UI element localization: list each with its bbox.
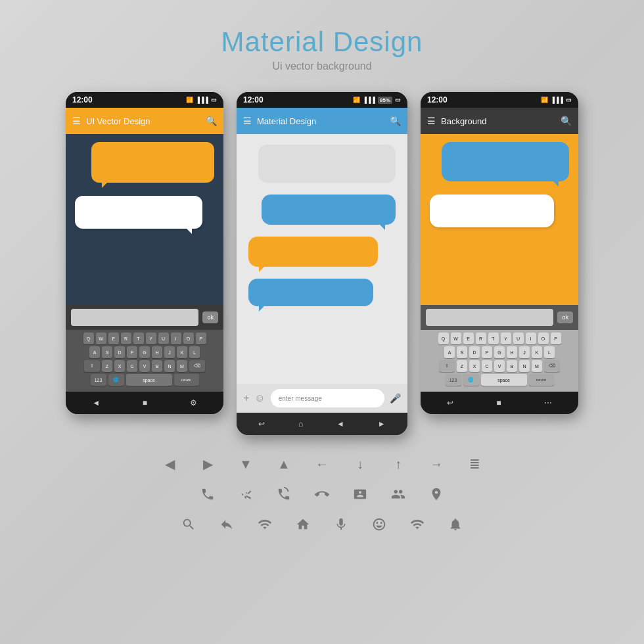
key-q-1[interactable]: Q — [83, 333, 94, 344]
key-k-1[interactable]: K — [177, 346, 187, 358]
input-box-3[interactable] — [426, 309, 553, 326]
nav-settings-1[interactable]: ⚙ — [190, 398, 197, 407]
key-globe-1[interactable]: 🌐 — [108, 374, 124, 386]
key-h-3[interactable]: H — [507, 346, 517, 358]
search-icon-3[interactable]: 🔍 — [561, 116, 572, 126]
key-r-3[interactable]: R — [476, 333, 486, 344]
key-c-1[interactable]: C — [127, 360, 137, 372]
arrow-up-icon: ▲ — [275, 455, 293, 473]
key-p-3[interactable]: P — [551, 333, 561, 344]
key-a-3[interactable]: A — [444, 346, 455, 358]
key-m-1[interactable]: M — [177, 360, 187, 372]
key-y-1[interactable]: Y — [146, 333, 156, 344]
key-123-1[interactable]: 123 — [91, 374, 106, 386]
nav-grid-3[interactable]: ⋅⋅⋅ — [544, 398, 552, 407]
key-return-1[interactable]: return — [174, 374, 199, 386]
appbar-1: ☰ UI Vector Design 🔍 — [66, 108, 223, 134]
key-globe-3[interactable]: 🌐 — [463, 374, 479, 386]
key-i-1[interactable]: I — [171, 333, 181, 344]
key-w-1[interactable]: W — [96, 333, 106, 344]
key-b-1[interactable]: B — [152, 360, 162, 372]
key-shift-3[interactable]: ⇧ — [439, 360, 455, 372]
status-bar-2: 12:00 📶 ▐▐▐ 85% ▭ — [237, 92, 407, 108]
appbar-2: ☰ Material Design 🔍 — [237, 108, 407, 134]
search-icon-1[interactable]: 🔍 — [206, 116, 217, 126]
nav-home-2[interactable]: ⌂ — [298, 419, 303, 428]
status-time-3: 12:00 — [427, 95, 448, 104]
battery-icon-2: ▭ — [395, 97, 401, 103]
key-y-3[interactable]: Y — [501, 333, 511, 344]
menu-icon-3[interactable]: ☰ — [427, 116, 436, 126]
search-icon-2[interactable]: 🔍 — [390, 116, 401, 126]
key-l-3[interactable]: L — [544, 346, 555, 358]
key-e-3[interactable]: E — [463, 333, 474, 344]
kb-row4-3: 123 🌐 space return — [423, 374, 576, 386]
key-123-3[interactable]: 123 — [446, 374, 461, 386]
ok-button-1[interactable]: ok — [202, 311, 218, 323]
key-i-3[interactable]: I — [526, 333, 536, 344]
key-n-3[interactable]: N — [519, 360, 530, 372]
key-v-3[interactable]: V — [494, 360, 505, 372]
key-n-1[interactable]: N — [164, 360, 175, 372]
key-d-1[interactable]: D — [114, 346, 125, 358]
menu-icon-2[interactable]: ☰ — [243, 116, 252, 126]
key-v-1[interactable]: V — [139, 360, 150, 372]
key-space-1[interactable]: space — [126, 374, 172, 386]
nav-back-2[interactable]: ↩ — [258, 419, 265, 428]
nav-prev-2[interactable]: ◄ — [336, 419, 344, 428]
key-u-3[interactable]: U — [513, 333, 524, 344]
key-e-1[interactable]: E — [108, 333, 119, 344]
emoji-icon-2[interactable]: ☺ — [254, 392, 265, 404]
keyboard-1: Q W E R T Y U I O P A S D F G H J K L — [66, 330, 223, 392]
key-t-3[interactable]: T — [488, 333, 499, 344]
key-d-3[interactable]: D — [469, 346, 480, 358]
key-x-1[interactable]: X — [114, 360, 125, 372]
key-j-3[interactable]: J — [519, 346, 530, 358]
key-z-3[interactable]: Z — [457, 360, 467, 372]
key-j-1[interactable]: J — [164, 346, 175, 358]
nav-home-1[interactable]: ■ — [143, 398, 147, 407]
key-del-1[interactable]: ⌫ — [189, 360, 205, 372]
nav-next-2[interactable]: ► — [378, 419, 386, 428]
bubble-1-1 — [91, 142, 214, 183]
plus-icon-2[interactable]: + — [243, 392, 249, 404]
key-c-3[interactable]: C — [482, 360, 492, 372]
key-q-3[interactable]: Q — [438, 333, 449, 344]
key-f-3[interactable]: F — [482, 346, 492, 358]
key-m-3[interactable]: M — [532, 360, 542, 372]
key-b-3[interactable]: B — [507, 360, 517, 372]
bubble-2-3 — [248, 237, 378, 267]
appbar-3: ☰ Background 🔍 — [421, 108, 578, 134]
key-k-3[interactable]: K — [532, 346, 542, 358]
ok-button-3[interactable]: ok — [557, 311, 573, 323]
nav-back-3[interactable]: ↩ — [447, 398, 453, 407]
key-t-1[interactable]: T — [133, 333, 144, 344]
key-return-3[interactable]: return — [529, 374, 554, 386]
key-shift-1[interactable]: ⇧ — [84, 360, 100, 372]
menu-icon-1[interactable]: ☰ — [72, 116, 81, 126]
key-s-1[interactable]: S — [102, 346, 112, 358]
key-s-3[interactable]: S — [457, 346, 467, 358]
key-o-1[interactable]: O — [183, 333, 194, 344]
key-f-1[interactable]: F — [127, 346, 137, 358]
key-g-1[interactable]: G — [139, 346, 150, 358]
key-x-3[interactable]: X — [469, 360, 480, 372]
key-u-1[interactable]: U — [158, 333, 169, 344]
nav-back-1[interactable]: ◄ — [92, 398, 100, 407]
key-l-1[interactable]: L — [189, 346, 200, 358]
mic-icon-2[interactable]: 🎤 — [390, 393, 401, 403]
key-a-1[interactable]: A — [89, 346, 100, 358]
key-o-3[interactable]: O — [538, 333, 549, 344]
key-z-1[interactable]: Z — [102, 360, 112, 372]
key-h-1[interactable]: H — [152, 346, 162, 358]
key-r-1[interactable]: R — [121, 333, 131, 344]
input-box-1[interactable] — [71, 309, 198, 326]
key-p-1[interactable]: P — [196, 333, 206, 344]
enter-message-2[interactable]: enter message — [271, 389, 384, 407]
appbar-title-1: UI Vector Design — [86, 116, 206, 126]
key-g-3[interactable]: G — [494, 346, 505, 358]
nav-home-3[interactable]: ■ — [496, 398, 501, 407]
key-space-3[interactable]: space — [481, 374, 527, 386]
key-del-3[interactable]: ⌫ — [544, 360, 560, 372]
key-w-3[interactable]: W — [451, 333, 461, 344]
